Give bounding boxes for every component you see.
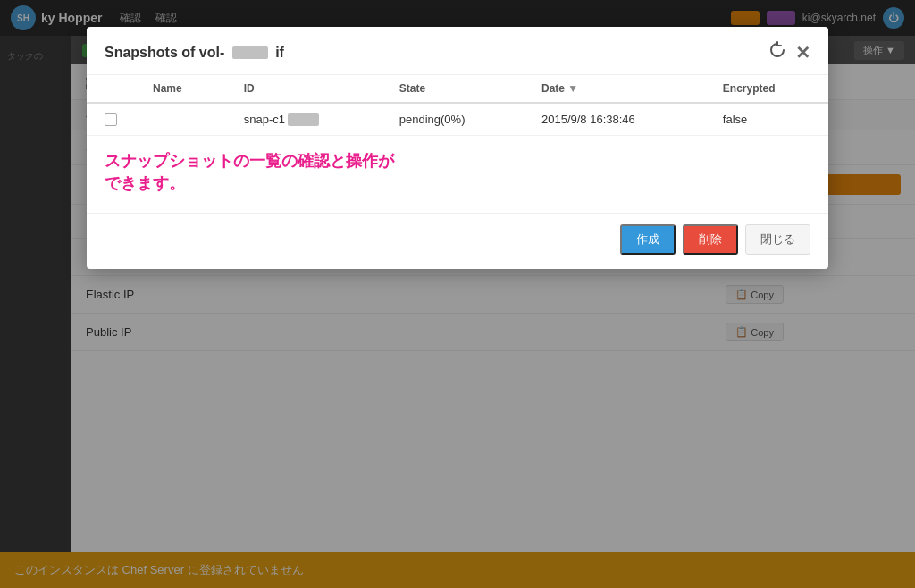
snapshot-checkbox-cell [87,103,135,136]
snapshot-id-blurred: snap-c1 [244,113,319,126]
modal-overlay: Snapshots of vol- if ✕ Name [0,0,915,588]
snapshot-state: pending(0%) [382,103,524,136]
snapshot-name [135,103,226,136]
annotation-text: スナップショットの一覧の確認と操作ができます。 [87,136,828,209]
snapshot-date: 2015/9/8 16:38:46 [524,103,705,136]
modal: Snapshots of vol- if ✕ Name [87,27,828,269]
modal-controls: ✕ [768,41,810,63]
modal-title-prefix: Snapshots of vol- [105,45,224,60]
snapshot-row: snap-c1 pending(0%) 2015/9/8 16:38:46 fa… [87,103,828,136]
close-icon[interactable]: ✕ [795,42,810,63]
close-button[interactable]: 閉じる [745,224,810,255]
create-button[interactable]: 作成 [620,224,676,255]
refresh-icon[interactable] [768,41,786,63]
modal-title-suffix: if [275,45,284,60]
snap-blur [288,113,319,126]
snapshot-table: Name ID State Date ▼ Encrypted [87,75,828,136]
snapshot-checkbox[interactable] [105,113,117,126]
modal-title: Snapshots of vol- if [105,45,284,61]
col-date[interactable]: Date ▼ [524,75,705,103]
modal-footer: 作成 削除 閉じる [87,213,828,269]
col-checkbox [87,75,135,103]
modal-header: Snapshots of vol- if ✕ [87,27,828,75]
col-name: Name [135,75,226,103]
sort-arrow: ▼ [567,82,578,95]
col-encrypted: Encrypted [705,75,828,103]
snapshot-id: snap-c1 [226,103,382,136]
col-state: State [382,75,524,103]
snapshot-encrypted: false [705,103,828,136]
col-id: ID [226,75,382,103]
delete-button[interactable]: 削除 [683,224,738,255]
